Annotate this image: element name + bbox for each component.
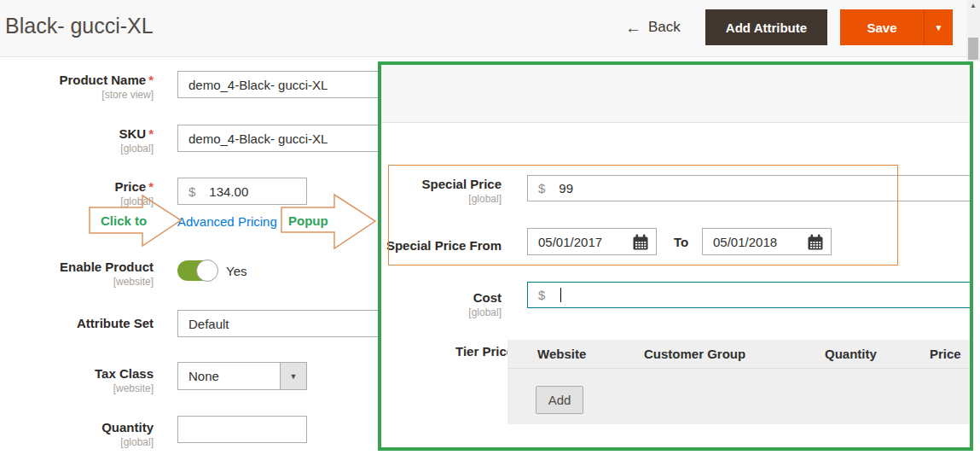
- cost-label: Cost [global]: [381, 290, 502, 318]
- column-header-quantity: Quantity: [825, 347, 877, 361]
- column-header-customer-group: Customer Group: [644, 347, 745, 361]
- tier-price-table-header: Website Customer Group Quantity Price: [507, 340, 970, 369]
- attribute-set-label: Attribute Set: [15, 316, 154, 330]
- tier-price-table: Website Customer Group Quantity Price Ad…: [507, 340, 970, 424]
- special-price-to-input[interactable]: 05/01/2018: [702, 228, 832, 255]
- special-price-label: Special Price [global]: [381, 177, 502, 205]
- product-name-input[interactable]: demo_4-Black- gucci-XL: [177, 71, 380, 98]
- enable-product-toggle[interactable]: [177, 260, 217, 281]
- text-cursor: [560, 288, 561, 302]
- back-button[interactable]: ← Back: [625, 19, 681, 36]
- save-caret-icon[interactable]: ▼: [925, 9, 953, 45]
- product-name-label: Product Name* [store view]: [15, 73, 154, 101]
- sku-label: SKU* [global]: [15, 126, 154, 155]
- tier-price-label: Tier Price*: [381, 344, 521, 359]
- page-header: Black- gucci-XL ← Back Add Attribute Sav…: [0, 0, 980, 57]
- quantity-label: Quantity [global]: [15, 420, 154, 448]
- special-price-input[interactable]: $ 99: [527, 175, 970, 201]
- back-arrow-icon: ←: [625, 20, 641, 36]
- price-label: Price* [global]: [15, 179, 154, 207]
- attribute-set-input[interactable]: Default: [177, 310, 380, 337]
- cost-input[interactable]: $: [527, 282, 970, 308]
- enable-product-label: Enable Product [website]: [15, 260, 154, 288]
- scrollbar-thumb[interactable]: [968, 38, 978, 60]
- add-attribute-button[interactable]: Add Attribute: [705, 9, 827, 45]
- advanced-pricing-link[interactable]: Advanced Pricing: [177, 214, 277, 229]
- required-mark: *: [148, 73, 154, 87]
- required-mark: *: [148, 179, 154, 194]
- sku-input[interactable]: demo_4-Black- gucci-XL: [177, 125, 380, 152]
- currency-symbol: $: [188, 184, 195, 199]
- save-button[interactable]: Save: [840, 9, 925, 45]
- calendar-icon[interactable]: [807, 234, 824, 251]
- product-edit-page: Black- gucci-XL ← Back Add Attribute Sav…: [0, 0, 980, 455]
- currency-symbol: $: [538, 288, 545, 302]
- enable-product-value: Yes: [226, 264, 246, 278]
- special-price-from-input[interactable]: 05/01/2017: [527, 228, 657, 255]
- toggle-knob: [196, 260, 218, 282]
- calendar-icon[interactable]: [632, 234, 649, 251]
- tier-price-add-button[interactable]: Add: [536, 386, 583, 414]
- page-title: Black- gucci-XL: [5, 14, 154, 38]
- click-to-annotation: Click to: [101, 213, 147, 228]
- special-price-from-label: Special Price From: [381, 238, 502, 253]
- chevron-down-icon[interactable]: ▼: [280, 363, 306, 389]
- popup-annotation: Popup: [288, 213, 328, 228]
- scroll-up-icon[interactable]: ▲: [966, 2, 980, 9]
- tax-class-label: Tax Class [website]: [15, 366, 154, 394]
- required-mark: *: [148, 126, 154, 141]
- column-header-price: Price: [930, 347, 961, 361]
- vertical-scrollbar[interactable]: ▲: [966, 0, 980, 61]
- to-label: To: [674, 235, 688, 249]
- tax-class-select[interactable]: None ▼: [177, 362, 307, 390]
- popup-header-band: [381, 65, 970, 123]
- currency-symbol: $: [538, 181, 545, 195]
- save-split-button[interactable]: Save ▼: [840, 9, 953, 45]
- quantity-input[interactable]: [177, 416, 307, 443]
- price-input[interactable]: $ 134.00: [177, 178, 307, 205]
- advanced-pricing-popup: Special Price [global] $ 99 Special Pric…: [378, 61, 973, 451]
- back-label: Back: [648, 19, 681, 36]
- column-header-website: Website: [537, 347, 586, 361]
